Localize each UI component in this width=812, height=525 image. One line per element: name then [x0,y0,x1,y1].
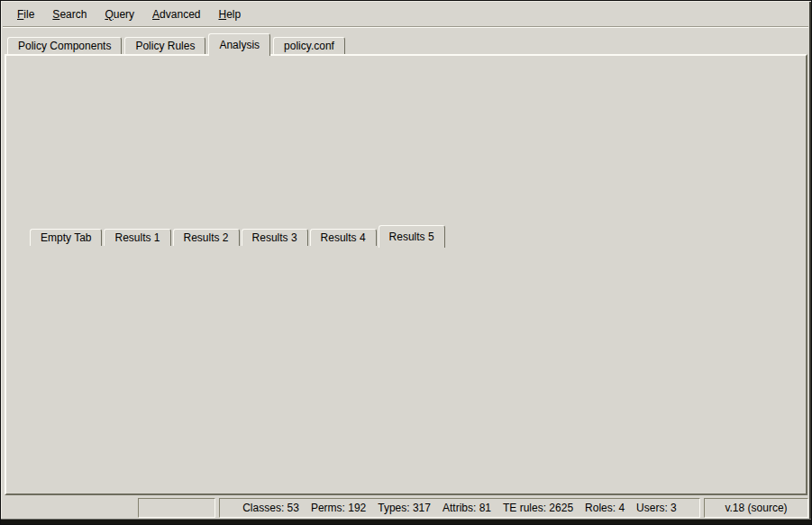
menu-file[interactable]: File [8,5,43,23]
status-stat: Classes: 53 [242,502,299,514]
results-tab-results-3[interactable]: Results 3 [242,229,308,246]
status-stat: Types: 317 [378,502,431,514]
status-stat: Perms: 192 [311,502,366,514]
results-tab-results-4[interactable]: Results 4 [310,229,377,246]
status-stat: Attribs: 81 [442,502,491,514]
menu-search[interactable]: Search [43,5,96,23]
status-stat: Users: 3 [636,502,677,514]
policy-version: v.18 (source) [725,502,787,514]
menu-query[interactable]: Query [96,5,143,23]
notebook-page [5,54,807,495]
results-tab-bar: Empty TabResults 1Results 2Results 3Resu… [30,225,447,248]
tab-analysis[interactable]: Analysis [208,33,270,56]
main-tab-bar: Policy ComponentsPolicy RulesAnalysispol… [7,33,348,56]
tab-policy-rules[interactable]: Policy Rules [124,37,205,54]
results-tab-results-5[interactable]: Results 5 [379,225,445,248]
results-tab-results-2[interactable]: Results 2 [173,229,240,246]
status-stats: Classes: 53Perms: 192Types: 317Attribs: … [242,502,677,514]
window-bottom-edge [1,519,811,524]
tab-policy-components[interactable]: Policy Components [7,37,122,54]
menubar-separator [3,26,808,28]
menubar: FileSearchQueryAdvancedHelp [3,3,808,26]
status-segment-version: v.18 (source) [704,498,808,518]
menu-help[interactable]: Help [209,5,250,23]
status-segment-empty [138,498,215,518]
results-tab-results-1[interactable]: Results 1 [104,229,170,246]
tab-policy-conf[interactable]: policy.conf [273,37,345,54]
apol-window: FileSearchQueryAdvancedHelp Policy Compo… [0,0,812,525]
status-stat: TE rules: 2625 [503,502,573,514]
menu-advanced[interactable]: Advanced [143,5,209,23]
status-stat: Roles: 4 [585,502,625,514]
results-tab-empty-tab[interactable]: Empty Tab [30,229,102,246]
status-segment-stats: Classes: 53Perms: 192Types: 317Attribs: … [219,498,700,518]
